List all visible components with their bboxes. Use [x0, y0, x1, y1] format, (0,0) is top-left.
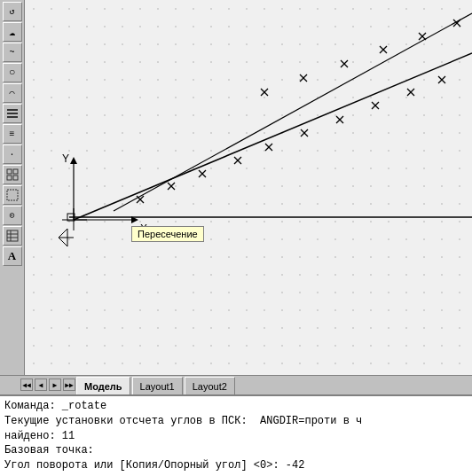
- tab-nav-next[interactable]: ▶: [49, 378, 61, 391]
- svg-rect-2: [7, 116, 18, 118]
- command-area: Команда: _rotate Текущие установки отсче…: [0, 394, 472, 476]
- tool-table[interactable]: [3, 226, 22, 246]
- tool-undo[interactable]: ↺: [3, 2, 22, 21]
- tool-ellipse[interactable]: ○: [3, 63, 22, 82]
- main-area: ↺ ☁ ~ ○ ⌒ ≡ ·: [0, 0, 472, 375]
- intersection-tooltip: Пересечение: [131, 226, 204, 242]
- svg-rect-6: [13, 176, 18, 180]
- svg-rect-1: [7, 113, 18, 114]
- tool-grid[interactable]: [3, 165, 22, 184]
- tab-nav-prev[interactable]: ◀: [35, 378, 47, 391]
- cad-drawing: Y X: [25, 0, 472, 375]
- tool-camera[interactable]: ⊙: [3, 206, 22, 225]
- tab-bar: ◀◀ ◀ ▶ ▶▶ Модель Layout1 Layout2: [0, 375, 472, 394]
- tab-model[interactable]: Модель: [76, 377, 130, 394]
- app-container: ↺ ☁ ~ ○ ⌒ ≡ ·: [0, 0, 472, 476]
- tab-nav-first[interactable]: ◀◀: [20, 378, 33, 391]
- cmd-line-2: Текущие установки отсчета углов в ПСК: A…: [4, 414, 468, 429]
- tab-layout1[interactable]: Layout1: [132, 377, 183, 394]
- tool-arc[interactable]: ⌒: [3, 83, 22, 103]
- cmd-line-5: Угол поворота или [Копия/Опорный угол] <…: [4, 458, 468, 473]
- tool-wave[interactable]: ~: [3, 43, 22, 62]
- cmd-line-4: Базовая точка:: [4, 443, 468, 458]
- tool-layers[interactable]: [3, 104, 22, 123]
- tool-point[interactable]: ·: [3, 144, 22, 164]
- tool-cloud[interactable]: ☁: [3, 22, 22, 42]
- cad-canvas-area: Y X Пересечение: [25, 0, 472, 375]
- nav-tabs-row: ◀◀ ◀ ▶ ▶▶ Модель Layout1 Layout2: [20, 375, 237, 394]
- cmd-line-3: найдено: 11: [4, 429, 468, 444]
- tool-properties[interactable]: ≡: [3, 124, 22, 144]
- tab-nav-last[interactable]: ▶▶: [63, 378, 75, 391]
- svg-rect-4: [13, 169, 18, 174]
- tool-select[interactable]: [3, 185, 22, 205]
- svg-rect-3: [7, 169, 12, 174]
- cmd-line-1: Команда: _rotate: [4, 399, 468, 414]
- tool-text[interactable]: A: [3, 246, 22, 266]
- svg-rect-8: [7, 230, 18, 241]
- svg-rect-7: [7, 190, 18, 200]
- tab-layout2[interactable]: Layout2: [185, 377, 235, 394]
- left-toolbar: ↺ ☁ ~ ○ ⌒ ≡ ·: [0, 0, 25, 375]
- svg-text:Y: Y: [62, 152, 69, 165]
- svg-rect-5: [7, 176, 12, 180]
- svg-rect-0: [7, 109, 18, 111]
- svg-rect-14: [25, 0, 472, 375]
